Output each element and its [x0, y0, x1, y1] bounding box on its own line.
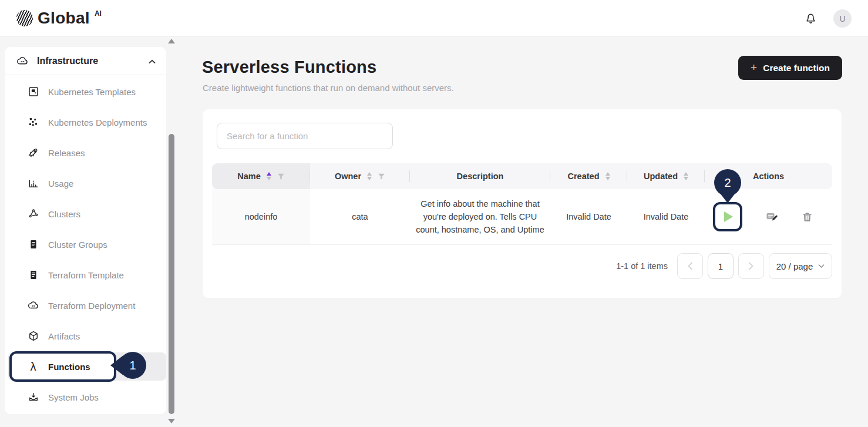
page-size-select[interactable]: 20 / page — [769, 253, 832, 279]
sort-caret-up-icon[interactable] — [267, 172, 271, 176]
sort-caret-down-icon[interactable] — [267, 177, 271, 180]
column-header-name[interactable]: Name — [212, 163, 310, 189]
pagination-summary: 1-1 of 1 items — [616, 261, 668, 271]
cell-owner: cata — [310, 189, 410, 244]
document-icon — [27, 269, 39, 281]
scrollbar-up-arrow[interactable] — [168, 39, 175, 43]
functions-highlight-box[interactable]: λ Functions — [9, 351, 116, 382]
sidebar-item-terraform-template[interactable]: Terraform Template — [5, 260, 166, 290]
sidebar-item-label: Usage — [48, 179, 73, 189]
sidebar-item-label: Terraform Deployment — [48, 301, 135, 311]
search-input[interactable] — [217, 123, 393, 149]
annotation-step-1-badge: 1 — [110, 351, 147, 379]
description-text: Get info about the machine that you're d… — [410, 197, 550, 236]
sidebar-item-kubernetes-deployments[interactable]: Kubernetes Deployments — [5, 107, 166, 137]
pagination-prev-button[interactable] — [677, 253, 703, 279]
notifications-bell-icon[interactable] — [803, 11, 818, 26]
functions-table-card: Name Owner — [203, 109, 842, 298]
sidebar-section-label: Infrastructure — [37, 56, 140, 66]
page-title: Serverless Functions — [202, 58, 376, 77]
sort-caret-down-icon[interactable] — [605, 177, 610, 180]
sidebar-item-label: Artifacts — [48, 331, 80, 341]
sorter[interactable] — [605, 172, 610, 180]
create-function-label: Create function — [763, 63, 830, 73]
pagination-next-button[interactable] — [738, 253, 764, 279]
column-header-owner[interactable]: Owner — [310, 163, 410, 189]
sidebar-item-artifacts[interactable]: Artifacts — [5, 321, 166, 351]
sort-caret-up-icon[interactable] — [367, 172, 372, 176]
annotation-step-2-badge: 2 — [714, 169, 741, 204]
run-function-button[interactable] — [713, 202, 742, 231]
column-header-created[interactable]: Created — [550, 163, 627, 189]
sidebar-item-usage[interactable]: Usage — [5, 168, 166, 199]
delete-function-button[interactable] — [801, 211, 813, 223]
sidebar-item-kubernetes-templates[interactable]: Kubernetes Templates — [5, 76, 166, 107]
chevron-down-icon — [818, 264, 825, 268]
sidebar-item-label: Functions — [48, 362, 90, 372]
scrollbar-thumb[interactable] — [169, 134, 174, 414]
document-icon — [27, 238, 39, 251]
sidebar-item-terraform-deployment[interactable]: Terraform Deployment — [5, 290, 166, 321]
plus-icon: + — [751, 61, 757, 74]
app-logo[interactable]: Global AI — [16, 8, 102, 29]
app-window: Global AI U Infrastructure — [0, 0, 868, 427]
sidebar-item-clusters[interactable]: Clusters — [5, 199, 166, 229]
cloud-icon — [16, 55, 29, 67]
sidebar-item-system-jobs[interactable]: System Jobs — [5, 382, 166, 412]
sidebar-item-label: Kubernetes Deployments — [48, 117, 147, 127]
rocket-icon — [27, 147, 39, 159]
column-label: Name — [237, 172, 261, 181]
page-size-value: 20 / page — [776, 261, 813, 271]
cloud-icon — [27, 300, 39, 312]
lambda-icon: λ — [27, 361, 39, 373]
sidebar-item-label: Clusters — [48, 209, 80, 219]
globe-sphere-icon — [16, 10, 33, 26]
sorter[interactable] — [367, 172, 372, 180]
avatar-initial: U — [839, 14, 845, 23]
column-label: Created — [568, 172, 600, 181]
cube-icon — [27, 330, 39, 342]
column-label: Owner — [335, 172, 361, 181]
user-avatar[interactable]: U — [833, 9, 852, 28]
sidebar-item-releases[interactable]: Releases — [5, 137, 166, 168]
filter-icon[interactable] — [378, 173, 385, 180]
sort-caret-up-icon[interactable] — [605, 172, 610, 176]
page-subtitle: Create lightweight functions that run on… — [203, 83, 454, 93]
cluster-network-icon — [27, 208, 39, 220]
pagination-page-1-button[interactable]: 1 — [708, 253, 734, 279]
scrollbar-down-arrow[interactable] — [168, 419, 175, 423]
top-header: Global AI U — [0, 0, 868, 37]
annotation-step-2-number: 2 — [724, 176, 731, 189]
sort-caret-down-icon[interactable] — [684, 177, 688, 180]
play-icon — [724, 211, 733, 222]
edit-function-button[interactable] — [765, 210, 779, 224]
logo-text: Global — [38, 8, 90, 29]
sort-caret-down-icon[interactable] — [367, 177, 372, 180]
pagination: 1-1 of 1 items 1 20 / page — [616, 253, 832, 279]
cell-updated: Invalid Date — [627, 189, 705, 244]
sorter[interactable] — [267, 172, 271, 180]
cell-name: nodeinfo — [212, 189, 310, 244]
sidebar-item-label: System Jobs — [48, 392, 99, 402]
create-function-button[interactable]: + Create function — [738, 56, 842, 80]
annotation-step-1-number: 1 — [129, 359, 136, 372]
topbar-actions: U — [803, 0, 852, 37]
system-jobs-icon — [27, 391, 39, 404]
sorter[interactable] — [684, 172, 688, 180]
cell-description: Get info about the machine that you're d… — [410, 189, 550, 244]
column-header-description: Description — [410, 163, 550, 189]
sidebar-item-label: Terraform Template — [48, 270, 124, 280]
sidebar-item-label: Cluster Groups — [48, 240, 107, 250]
chevron-up-icon[interactable] — [149, 56, 156, 66]
column-header-updated[interactable]: Updated — [627, 163, 705, 189]
bar-chart-icon — [27, 177, 39, 190]
sidebar-section-infrastructure[interactable]: Infrastructure — [5, 47, 166, 75]
column-label: Description — [457, 172, 504, 181]
sidebar-item-label: Kubernetes Templates — [48, 87, 136, 97]
kubernetes-deployments-icon — [27, 116, 39, 129]
filter-icon[interactable] — [277, 173, 285, 180]
cell-created: Invalid Date — [550, 189, 627, 244]
logo-superscript: AI — [95, 9, 102, 18]
sidebar-item-cluster-groups[interactable]: Cluster Groups — [5, 229, 166, 260]
sort-caret-up-icon[interactable] — [684, 172, 688, 176]
